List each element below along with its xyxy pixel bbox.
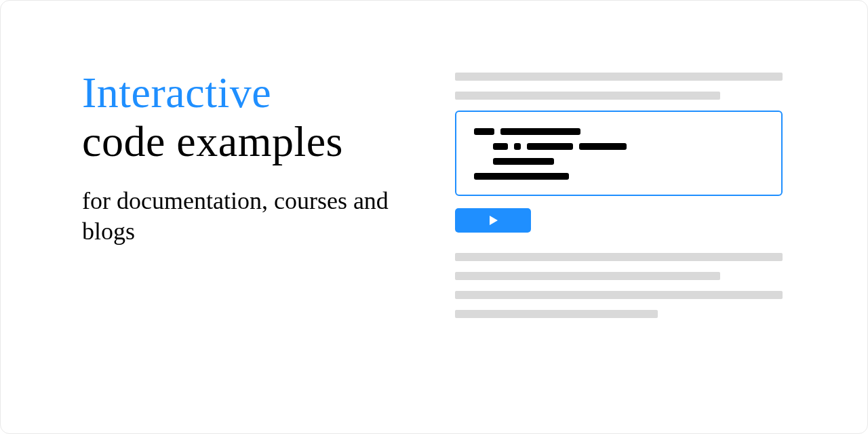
code-segment	[493, 143, 508, 150]
text-placeholder-bar	[455, 253, 783, 261]
text-placeholder-bar	[455, 73, 783, 81]
code-segment	[527, 143, 573, 150]
text-placeholder-bar	[455, 291, 783, 299]
svg-marker-0	[490, 216, 498, 225]
headline-accent: Interactive	[82, 68, 271, 117]
code-segment	[514, 143, 521, 150]
text-placeholder-bar	[455, 92, 720, 100]
hero-illustration	[408, 1, 814, 329]
code-line	[474, 173, 764, 180]
text-placeholder-bar	[455, 272, 720, 280]
code-segment	[474, 173, 569, 180]
code-line	[474, 128, 764, 135]
headline: Interactive code examples	[82, 68, 394, 165]
code-segment	[493, 158, 554, 165]
code-segment	[579, 143, 627, 150]
code-segment	[500, 128, 580, 135]
subheadline: for documentation, courses and blogs	[82, 186, 394, 247]
hero-text-block: Interactive code examples for documentat…	[1, 1, 408, 247]
doc-mockup	[455, 73, 783, 318]
code-line	[474, 158, 764, 165]
code-line	[474, 143, 764, 150]
landing-banner: Interactive code examples for documentat…	[0, 0, 868, 434]
code-example-box[interactable]	[455, 111, 783, 196]
headline-rest: code examples	[82, 117, 343, 165]
play-icon	[488, 215, 498, 226]
code-segment	[474, 128, 494, 135]
run-button[interactable]	[455, 208, 531, 233]
text-placeholder-bar	[455, 310, 658, 318]
